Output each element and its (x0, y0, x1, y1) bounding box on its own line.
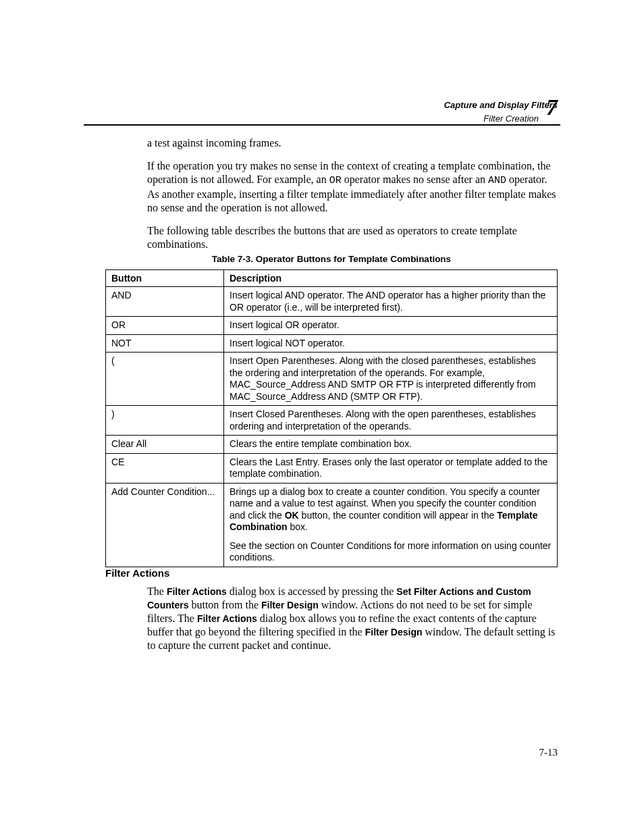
table-caption: Table 7-3. Operator Buttons for Template… (105, 254, 558, 264)
desc-cell: Clears the Last Entry. Erases only the l… (224, 453, 558, 483)
continuation-line: a test against incoming frames. (147, 136, 558, 150)
table-header-row: Button Description (106, 270, 558, 287)
header-title: Capture and Display Filters (444, 100, 558, 110)
page-header: Capture and Display Filters Filter Creat… (105, 100, 558, 124)
section-heading-filter-actions: Filter Actions (105, 567, 169, 579)
table-row: Clear All Clears the entire template com… (106, 436, 558, 454)
table-row: AND Insert logical AND operator. The AND… (106, 287, 558, 317)
table-row: ) Insert Closed Parentheses. Along with … (106, 406, 558, 436)
bold-run: Filter Actions (197, 613, 257, 624)
text-run: operator makes no sense after an (342, 174, 488, 185)
button-cell: OR (106, 317, 224, 335)
button-cell: CE (106, 453, 224, 483)
button-cell: Add Counter Condition... (106, 483, 224, 567)
page: Capture and Display Filters Filter Creat… (0, 0, 644, 834)
operator-table-wrap: Table 7-3. Operator Buttons for Template… (105, 240, 558, 567)
bold-run: Filter Actions (167, 586, 227, 597)
table-row: OR Insert logical OR operator. (106, 317, 558, 335)
desc-cell: Insert logical OR operator. (224, 317, 558, 335)
desc-cell: Insert logical AND operator. The AND ope… (224, 287, 558, 317)
bold-run: OK (285, 510, 299, 521)
header-subtitle: Filter Creation (105, 113, 558, 124)
table-row: Add Counter Condition... Brings up a dia… (106, 483, 558, 567)
desc-para: See the section on Counter Conditions fo… (230, 540, 552, 564)
button-cell: Clear All (106, 436, 224, 454)
header-rule (84, 124, 560, 126)
desc-cell: Insert Closed Parentheses. Along with th… (224, 406, 558, 436)
desc-para: Brings up a dialog box to create a count… (230, 486, 552, 533)
paragraph-restrictions: If the operation you try makes no sense … (147, 159, 558, 215)
chapter-number: 7 (546, 95, 558, 120)
desc-cell: Brings up a dialog box to create a count… (224, 483, 558, 567)
text-run: button, the counter condition will appea… (299, 510, 497, 521)
bold-run: Filter Design (261, 600, 319, 610)
page-number: 7-13 (539, 747, 558, 758)
button-cell: NOT (106, 334, 224, 353)
section-body-filter-actions: The Filter Actions dialog box is accesse… (147, 585, 558, 652)
table-row: CE Clears the Last Entry. Erases only th… (106, 453, 558, 483)
text-run: The (147, 585, 167, 597)
text-run: dialog box is accessed by pressing the (227, 585, 397, 597)
desc-cell: Clears the entire template combination b… (224, 436, 558, 454)
code-or: OR (329, 175, 342, 186)
section-paragraph: The Filter Actions dialog box is accesse… (147, 585, 558, 652)
bold-run: Filter Design (365, 627, 423, 637)
button-cell: ) (106, 406, 224, 436)
button-cell: ( (106, 353, 224, 406)
text-run: box. (288, 521, 308, 532)
col-header-description: Description (224, 270, 558, 287)
table-row: ( Insert Open Parentheses. Along with th… (106, 353, 558, 406)
code-and: AND (488, 175, 506, 186)
button-cell: AND (106, 287, 224, 317)
desc-cell: Insert Open Parentheses. Along with the … (224, 353, 558, 406)
desc-cell: Insert logical NOT operator. (224, 334, 558, 353)
operator-table: Button Description AND Insert logical AN… (105, 269, 558, 567)
col-header-button: Button (106, 270, 224, 287)
text-run: button from the (188, 599, 261, 610)
table-row: NOT Insert logical NOT operator. (106, 334, 558, 353)
